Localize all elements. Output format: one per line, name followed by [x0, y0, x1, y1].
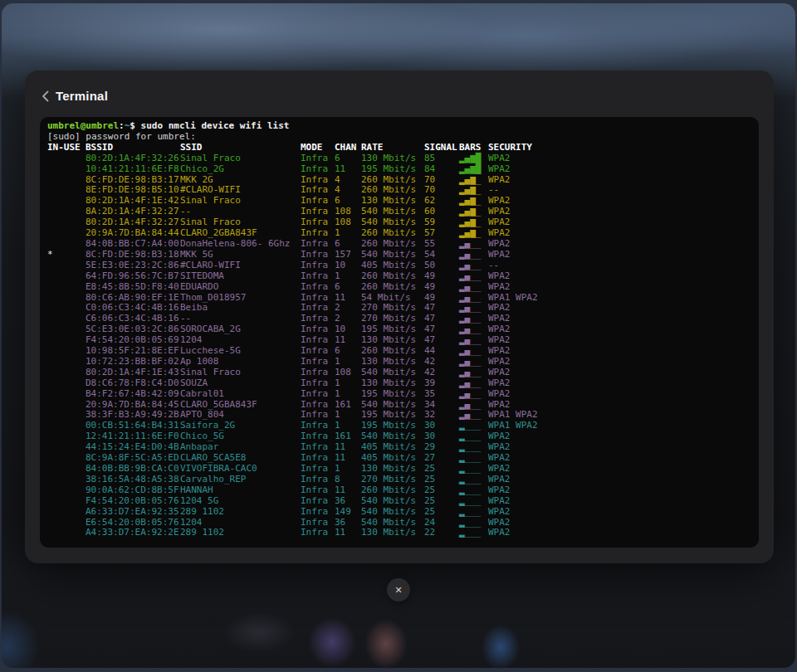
signal-bars-icon: ▂___ — [459, 475, 488, 485]
signal-cell: 42 — [424, 368, 459, 378]
security-cell: WPA2 — [488, 357, 759, 368]
wifi-table-header: IN-USE BSSID SSID MODE CHAN RATE SIGNAL … — [47, 143, 759, 153]
in-use-cell — [47, 217, 86, 228]
wifi-row: D8:C6:78:F8:C4:D0 SOUZA Infra 1 130 Mbit… — [47, 378, 759, 389]
in-use-cell — [47, 431, 86, 442]
chan-cell: 11 — [335, 164, 361, 175]
signal-cell: 25 — [424, 496, 459, 507]
terminal-window[interactable]: umbrel@umbrel:~$ sudo nmcli device wifi … — [40, 117, 759, 548]
rate-cell: 540 Mbit/s — [361, 496, 424, 507]
wifi-row: 84:0B:BB:9B:CA:C0 VIVOFIBRA-CAC0 Infra 1… — [47, 464, 759, 475]
rate-cell: 130 Mbit/s — [361, 528, 424, 538]
rate-cell: 540 Mbit/s — [361, 507, 424, 518]
rate-cell: 260 Mbit/s — [361, 239, 424, 250]
in-use-cell — [47, 324, 86, 335]
card-header: Terminal — [42, 89, 108, 103]
security-cell: WPA2 — [488, 442, 759, 453]
rate-cell: 405 Mbit/s — [361, 261, 424, 271]
rate-cell: 130 Mbit/s — [361, 464, 424, 475]
back-chevron-icon[interactable] — [42, 90, 49, 102]
mode-cell: Infra — [301, 475, 335, 485]
in-use-cell — [47, 153, 86, 164]
terminal-card: Terminal umbrel@umbrel:~$ sudo nmcli dev… — [25, 71, 774, 563]
in-use-cell — [47, 196, 86, 207]
in-use-cell — [47, 282, 86, 293]
chan-cell: 1 — [335, 271, 361, 282]
signal-bars-icon: ▂___ — [459, 464, 488, 475]
wifi-row: 10:98:5F:21:8E:EF Lucchese-5G Infra 6 26… — [47, 346, 759, 357]
signal-cell: 22 — [424, 528, 459, 538]
security-cell: WPA2 — [488, 431, 759, 442]
bssid-cell: 8C:FD:DE:98:B3:18 — [86, 250, 180, 261]
bssid-cell: 38:16:5A:48:A5:38 — [86, 475, 180, 485]
security-cell: WPA2 — [488, 153, 759, 164]
wifi-row: * 8C:FD:DE:98:B3:18 MKK 5G Infra 157 540… — [47, 250, 759, 261]
security-cell: WPA2 — [488, 464, 759, 475]
mode-cell: Infra — [301, 507, 335, 518]
bssid-cell: 10:98:5F:21:8E:EF — [86, 346, 180, 357]
mode-cell: Infra — [301, 464, 335, 475]
wifi-row: 10:41:21:11:6E:F8 Chico_2G Infra 11 195 … — [47, 164, 759, 175]
signal-bars-icon: ▂▄__ — [459, 261, 488, 271]
prompt-user: umbrel@umbrel — [47, 120, 119, 131]
chan-cell: 8 — [335, 475, 361, 485]
ssid-cell: EDUARDO — [180, 282, 301, 293]
wifi-rows: 80:2D:1A:4F:32:26 Sinal Fraco Infra 6 13… — [47, 153, 759, 539]
mode-cell: Infra — [301, 346, 335, 357]
ssid-cell: VIVOFIBRA-CAC0 — [180, 464, 301, 475]
in-use-cell — [47, 271, 86, 282]
signal-cell: 50 — [424, 261, 459, 271]
mode-cell: Infra — [301, 485, 335, 496]
in-use-cell — [47, 518, 86, 528]
signal-bars-icon: ▂▄__ — [459, 368, 488, 378]
bssid-cell: B4:F2:67:4B:42:09 — [86, 389, 180, 400]
wifi-row: 38:16:5A:48:A5:38 Carvalho_REP Infra 8 2… — [47, 475, 759, 485]
signal-bars-icon: ▂___ — [459, 496, 488, 507]
in-use-cell — [47, 528, 86, 538]
signal-cell: 85 — [424, 153, 459, 164]
signal-bars-icon: ▂___ — [459, 485, 488, 496]
chan-cell: 157 — [335, 250, 361, 261]
signal-cell: 25 — [424, 485, 459, 496]
chan-cell: 6 — [335, 346, 361, 357]
command-text: sudo nmcli device wifi list — [141, 120, 290, 131]
signal-bars-icon: ▂▄__ — [459, 378, 488, 389]
security-cell: WPA1 WPA2 — [488, 293, 759, 304]
ssid-cell: SITEDOMA — [180, 271, 301, 282]
wifi-row: 10:72:23:BB:BF:02 Ap 1008 Infra 1 130 Mb… — [47, 357, 759, 368]
bssid-cell: E8:45:8B:5D:F8:40 — [86, 282, 180, 293]
chan-cell: 1 — [335, 357, 361, 368]
in-use-cell — [47, 346, 86, 357]
in-use-cell — [47, 400, 86, 411]
page-title: Terminal — [56, 89, 108, 103]
wifi-row: A4:33:D7:EA:92:2E 289 1102 Infra 11 130 … — [47, 528, 759, 538]
in-use-cell — [47, 496, 86, 507]
in-use-cell — [47, 228, 86, 239]
security-cell: WPA2 — [488, 228, 759, 239]
rate-cell: 130 Mbit/s — [361, 378, 424, 389]
close-button[interactable]: ✕ — [387, 578, 410, 601]
security-cell: -- — [488, 261, 759, 271]
ssid-cell: Sinal Fraco — [180, 368, 301, 378]
chan-cell: 10 — [335, 261, 361, 271]
security-cell: WPA2 — [488, 250, 759, 261]
ssid-cell: #CLARO-WIFI — [180, 261, 301, 271]
signal-bars-icon: ▂___ — [459, 507, 488, 518]
mode-cell: Infra — [301, 496, 335, 507]
security-cell: WPA2 — [488, 271, 759, 282]
ssid-cell: Cabral01 — [180, 389, 301, 400]
security-cell: WPA2 — [488, 207, 759, 217]
bssid-cell: 84:0B:BB:9B:CA:C0 — [86, 464, 180, 475]
ssid-cell: DonaHelena-806- 6Ghz — [180, 239, 301, 250]
in-use-cell — [47, 293, 86, 304]
ssid-cell: Beiba — [180, 303, 301, 314]
in-use-cell — [47, 314, 86, 324]
security-cell: WPA2 — [488, 496, 759, 507]
signal-cell: 25 — [424, 475, 459, 485]
close-icon: ✕ — [394, 586, 402, 595]
prompt-line: umbrel@umbrel:~$ sudo nmcli device wifi … — [47, 121, 759, 132]
wifi-row: E8:45:8B:5D:F8:40 EDUARDO Infra 6 260 Mb… — [47, 282, 759, 293]
signal-cell: 35 — [424, 389, 459, 400]
security-cell: WPA2 — [488, 164, 759, 175]
signal-cell: 39 — [424, 378, 459, 389]
